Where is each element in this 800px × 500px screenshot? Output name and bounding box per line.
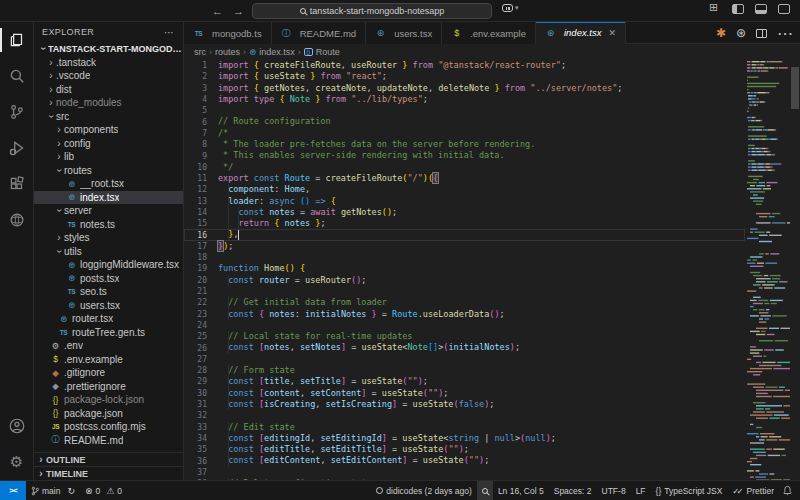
file-label: .prettierignore bbox=[64, 381, 126, 392]
file-label: components bbox=[64, 124, 118, 135]
editor-scrollbar[interactable] bbox=[790, 60, 800, 480]
search-view-icon[interactable] bbox=[0, 58, 34, 94]
file-label: users.tsx bbox=[80, 300, 120, 311]
react-icon: ⊛ bbox=[545, 28, 556, 38]
language-item[interactable]: {} TypeScript JSX bbox=[651, 481, 728, 500]
file-label: server bbox=[64, 205, 92, 216]
tree-item-__root.tsx[interactable]: ⊛__root.tsx bbox=[34, 177, 183, 191]
code-editor[interactable]: 1import { createFileRoute, useRouter } f… bbox=[184, 60, 800, 480]
tab-mongodb.ts[interactable]: TSmongodb.ts bbox=[184, 22, 272, 44]
tree-item-package-lock.json[interactable]: {}package-lock.json bbox=[34, 393, 183, 407]
encoding-item[interactable]: UTF-8 bbox=[597, 481, 631, 500]
extensions-icon[interactable] bbox=[0, 166, 34, 202]
tree-item-seo.ts[interactable]: TSseo.ts bbox=[34, 285, 183, 299]
account-icon[interactable] bbox=[0, 408, 34, 444]
breadcrumb-item[interactable]: routes bbox=[215, 47, 240, 57]
copilot-button[interactable]: ▾ bbox=[502, 4, 519, 12]
file-label: routes bbox=[64, 165, 92, 176]
breadcrumb-item[interactable]: src bbox=[194, 47, 206, 57]
tree-item-utils[interactable]: ›utils bbox=[34, 245, 183, 259]
tree-item-config[interactable]: ›config bbox=[34, 137, 183, 151]
close-icon[interactable]: ✕ bbox=[608, 28, 616, 38]
customize-layout-icon[interactable] bbox=[709, 4, 721, 14]
sphere-icon[interactable]: ⊛ bbox=[736, 26, 746, 40]
explorer-more-icon[interactable]: ⋯ bbox=[164, 27, 175, 38]
breadcrumb-item[interactable]: index.tsx bbox=[259, 47, 295, 57]
cursor-position-item[interactable]: Ln 16, Col 5 bbox=[493, 481, 549, 500]
code-line-34: 34 const [editingId, setEditingId] = use… bbox=[184, 433, 745, 444]
tree-item-src[interactable]: ›src bbox=[34, 110, 183, 124]
tab-label: mongodb.ts bbox=[212, 28, 262, 39]
tree-item-server[interactable]: ›server bbox=[34, 204, 183, 218]
tree-item-README.md[interactable]: ⓘREADME.md bbox=[34, 434, 183, 448]
file-label: package-lock.json bbox=[64, 394, 144, 405]
outline-section[interactable]: › OUTLINE bbox=[34, 452, 183, 466]
tree-item-.gitignore[interactable]: ◆.gitignore bbox=[34, 366, 183, 380]
eol-item[interactable]: LF bbox=[631, 481, 651, 500]
tree-item-components[interactable]: ›components bbox=[34, 123, 183, 137]
double-check-icon: ✓✓ bbox=[732, 486, 740, 496]
notifications-bell-icon[interactable] bbox=[783, 485, 792, 496]
tree-item-node_modules[interactable]: ›node_modules bbox=[34, 96, 183, 110]
title-bar: ← → tanstack-start-mongodb-notesapp ▾ bbox=[0, 0, 800, 22]
tree-item-router.tsx[interactable]: ⊛router.tsx bbox=[34, 312, 183, 326]
branch-item[interactable]: main ↻ bbox=[26, 481, 80, 500]
tab-README.md[interactable]: ⓘREADME.md bbox=[272, 22, 366, 44]
toggle-panel-icon[interactable] bbox=[755, 4, 767, 14]
scrollbar-thumb[interactable] bbox=[791, 67, 799, 109]
source-control-icon[interactable] bbox=[0, 94, 34, 130]
tab-label: users.tsx bbox=[394, 28, 432, 39]
command-center-search[interactable]: tanstack-start-mongodb-notesapp bbox=[252, 3, 492, 19]
zoom-indicator[interactable] bbox=[477, 481, 493, 500]
git-icon: ◆ bbox=[50, 368, 61, 378]
tree-item-postcss.config.mjs[interactable]: JSpostcss.config.mjs bbox=[34, 420, 183, 434]
tree-item-.env.example[interactable]: $.env.example bbox=[34, 353, 183, 367]
dollar-icon: $ bbox=[451, 28, 462, 38]
toggle-sidebar-icon[interactable] bbox=[732, 4, 744, 14]
minimap[interactable] bbox=[745, 60, 790, 480]
git-blame-item[interactable]: didicodes (2 days ago) bbox=[371, 481, 477, 500]
chevron-down-icon: › bbox=[54, 165, 65, 175]
tab-.env.example[interactable]: $.env.example bbox=[442, 22, 536, 44]
breadcrumb-item[interactable]: Route bbox=[316, 47, 340, 57]
tree-item-dist[interactable]: ›dist bbox=[34, 83, 183, 97]
tree-item-index.tsx[interactable]: ⊛index.tsx bbox=[34, 191, 183, 205]
tree-item-notes.ts[interactable]: TSnotes.ts bbox=[34, 218, 183, 232]
line-number: 11 bbox=[184, 174, 218, 183]
run-debug-icon[interactable] bbox=[0, 130, 34, 166]
toggle-secondary-sidebar-icon[interactable] bbox=[778, 4, 790, 14]
nav-forward-icon[interactable]: → bbox=[233, 5, 244, 17]
nav-back-icon[interactable]: ← bbox=[212, 5, 223, 17]
tree-item-lib[interactable]: ›lib bbox=[34, 150, 183, 164]
tree-item-posts.tsx[interactable]: ⊛posts.tsx bbox=[34, 272, 183, 286]
tree-item-package.json[interactable]: {}package.json bbox=[34, 407, 183, 421]
settings-gear-icon[interactable]: ⚙ bbox=[0, 444, 34, 480]
tab-bar: TSmongodb.tsⓘREADME.md⊛users.tsx$.env.ex… bbox=[184, 22, 800, 44]
split-editor-icon[interactable] bbox=[756, 29, 767, 38]
tab-index.tsx[interactable]: ⊛index.tsx✕ bbox=[536, 22, 626, 44]
remote-indicator[interactable]: >< bbox=[0, 481, 26, 500]
file-label: routeTree.gen.ts bbox=[72, 327, 145, 338]
tree-root[interactable]: ›TANSTACK-START-MONGODB-NOT... bbox=[34, 42, 183, 56]
problems-item[interactable]: ⊗0 ⚠0 bbox=[80, 481, 127, 500]
breadcrumb[interactable]: src›routes›⊛index.tsx›()Route bbox=[184, 44, 800, 60]
tree-item-.vscode[interactable]: ›.vscode bbox=[34, 69, 183, 83]
tree-item-.tanstack[interactable]: ›.tanstack bbox=[34, 56, 183, 70]
openai-extension-icon[interactable] bbox=[0, 202, 34, 238]
tab-label: index.tsx bbox=[564, 27, 602, 38]
explorer-icon[interactable] bbox=[0, 22, 34, 58]
timeline-section[interactable]: › TIMELINE bbox=[34, 466, 183, 480]
tab-users.tsx[interactable]: ⊛users.tsx bbox=[366, 22, 442, 44]
tree-item-.prettierignore[interactable]: ◆.prettierignore bbox=[34, 380, 183, 394]
extension-starburst-icon[interactable]: ✱ bbox=[716, 26, 726, 40]
formatter-item[interactable]: ✓✓ Prettier bbox=[727, 481, 779, 500]
typescript-icon: TS bbox=[66, 288, 77, 295]
tree-item-routeTree.gen.ts[interactable]: TSrouteTree.gen.ts bbox=[34, 326, 183, 340]
tree-item-styles[interactable]: ›styles bbox=[34, 231, 183, 245]
tree-item-routes[interactable]: ›routes bbox=[34, 164, 183, 178]
tree-item-users.tsx[interactable]: ⊛users.tsx bbox=[34, 299, 183, 313]
indentation-item[interactable]: Spaces: 2 bbox=[549, 481, 597, 500]
more-actions-icon[interactable]: ⋯ bbox=[777, 24, 794, 43]
tree-item-loggingMiddleware.tsx[interactable]: ⊛loggingMiddleware.tsx bbox=[34, 258, 183, 272]
tree-item-.env[interactable]: ⚙.env bbox=[34, 339, 183, 353]
